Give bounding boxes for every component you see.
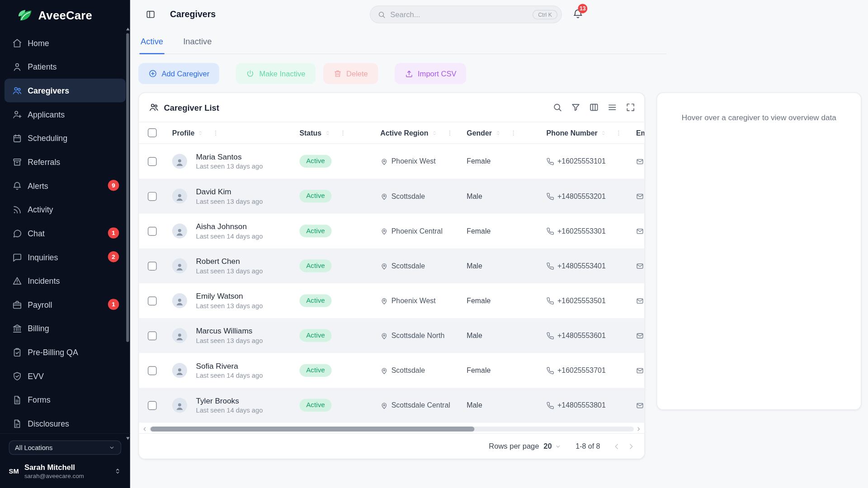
filter-icon[interactable] — [571, 103, 580, 113]
tab-active[interactable]: Active — [140, 31, 165, 54]
sidebar-item-forms[interactable]: Forms — [5, 388, 126, 412]
sidebar-item-referrals[interactable]: Referrals — [5, 150, 126, 174]
sort-icon[interactable] — [495, 130, 500, 136]
archive-icon — [12, 157, 22, 167]
sidebar-item-label: Billing — [28, 324, 49, 333]
row-checkbox[interactable] — [148, 262, 157, 271]
import-csv-button[interactable]: Import CSV — [395, 63, 467, 84]
column-label: Status — [299, 129, 321, 137]
status-badge: Active — [299, 259, 331, 272]
table-row[interactable]: Sofia Rivera Last seen 14 days ago Activ… — [139, 353, 645, 388]
sidebar-item-label: Alerts — [28, 181, 48, 190]
row-checkbox[interactable] — [148, 226, 157, 235]
sort-icon[interactable] — [325, 130, 330, 136]
table-row[interactable]: Emily Watson Last seen 13 days ago Activ… — [139, 283, 645, 318]
columns-icon[interactable] — [589, 103, 599, 113]
plus-circle-icon — [148, 69, 157, 78]
sidebar-item-chat[interactable]: Chat 1 — [5, 221, 126, 245]
clipboard-check-icon — [12, 347, 22, 357]
fullscreen-icon[interactable] — [626, 103, 636, 113]
caregivers-icon — [149, 103, 159, 113]
sidebar-item-disclosures[interactable]: Disclosures — [5, 412, 126, 433]
last-seen-text: Last seen 13 days ago — [196, 337, 263, 345]
delete-button[interactable]: Delete — [323, 63, 378, 84]
table-row[interactable]: Aisha Johnson Last seen 14 days ago Acti… — [139, 214, 645, 249]
map-pin-icon — [380, 401, 388, 409]
status-badge: Active — [299, 399, 331, 412]
count-badge: 9 — [108, 180, 119, 191]
column-menu-icon[interactable] — [446, 129, 453, 136]
sidebar-item-alerts[interactable]: Alerts 9 — [5, 174, 126, 197]
rss-icon — [12, 204, 22, 214]
column-menu-icon[interactable] — [509, 129, 517, 136]
column-menu-icon[interactable] — [339, 129, 346, 136]
location-selector[interactable]: All Locations — [9, 441, 122, 455]
table-row[interactable]: David Kim Last seen 13 days ago Active S… — [139, 179, 645, 214]
count-badge: 1 — [108, 299, 119, 310]
row-checkbox[interactable] — [148, 366, 157, 375]
table-row[interactable]: Robert Chen Last seen 13 days ago Active… — [139, 249, 645, 283]
sort-icon[interactable] — [432, 130, 437, 136]
toolbar: Add Caregiver Make Inactive Delete Impor… — [138, 63, 868, 84]
search-input[interactable] — [390, 10, 528, 19]
column-header-profile: Profile — [165, 129, 293, 137]
sidebar-item-label: Referrals — [28, 157, 60, 166]
row-checkbox[interactable] — [148, 331, 157, 340]
sort-icon[interactable] — [601, 130, 606, 136]
row-checkbox[interactable] — [148, 192, 157, 201]
hscroll-thumb[interactable] — [151, 426, 474, 431]
column-header-email: Email — [629, 129, 645, 137]
sidebar-item-applicants[interactable]: Applicants — [5, 103, 126, 127]
sidebar-item-evv[interactable]: EVV — [5, 364, 126, 388]
message-square-icon — [12, 252, 22, 262]
region-text: Phoenix West — [392, 157, 436, 165]
user-menu[interactable]: SM Sarah Mitchell sarah@aveecare.com — [9, 463, 122, 479]
map-pin-icon — [380, 297, 388, 305]
sidebar-item-caregivers[interactable]: Caregivers — [5, 79, 126, 103]
global-search[interactable]: Ctrl K — [370, 5, 562, 23]
sidebar-item-patients[interactable]: Patients — [5, 55, 126, 79]
sidebar-item-home[interactable]: Home — [5, 31, 126, 55]
sidebar-item-scheduling[interactable]: Scheduling — [5, 126, 126, 150]
select-all-checkbox[interactable] — [148, 128, 157, 137]
sidebar-item-activity[interactable]: Activity — [5, 197, 126, 221]
next-page-button[interactable] — [627, 442, 636, 451]
sidebar-item-billing[interactable]: Billing — [5, 316, 126, 340]
scroll-right-icon[interactable] — [636, 426, 642, 432]
sidebar-toggle-icon[interactable] — [146, 9, 156, 19]
overview-panel: Hover over a caregiver to view overview … — [656, 92, 861, 410]
sort-icon[interactable] — [198, 130, 203, 136]
notifications-button[interactable]: 13 — [572, 8, 583, 19]
make-inactive-button[interactable]: Make Inactive — [236, 63, 315, 84]
table-row[interactable]: Marcus Williams Last seen 13 days ago Ac… — [139, 318, 645, 353]
rows-per-page-select[interactable]: 20 — [543, 442, 561, 450]
table-row[interactable]: Maria Santos Last seen 13 days ago Activ… — [139, 144, 645, 178]
sidebar-item-pre-billing-qa[interactable]: Pre-Billing QA — [5, 340, 126, 364]
sidebar-scrollbar[interactable] — [126, 28, 130, 440]
sidebar-item-incidents[interactable]: Incidents — [5, 269, 126, 293]
tab-inactive[interactable]: Inactive — [182, 31, 213, 54]
row-checkbox[interactable] — [148, 157, 157, 166]
scroll-up-arrow-icon[interactable] — [126, 28, 129, 30]
sidebar-item-inquiries[interactable]: Inquiries 2 — [5, 245, 126, 269]
table-row[interactable]: Tyler Brooks Last seen 14 days ago Activ… — [139, 388, 645, 422]
sidebar-item-payroll[interactable]: Payroll 1 — [5, 293, 126, 317]
column-menu-icon[interactable] — [212, 129, 220, 136]
column-menu-icon[interactable] — [615, 129, 623, 136]
scrollbar-thumb[interactable] — [126, 33, 129, 342]
previous-page-button[interactable] — [612, 442, 621, 451]
add-caregiver-button[interactable]: Add Caregiver — [138, 63, 219, 84]
horizontal-scrollbar[interactable] — [139, 424, 644, 433]
scroll-left-icon[interactable] — [142, 426, 147, 432]
caregiver-avatar — [172, 189, 187, 204]
phone-text: +16025553301 — [557, 227, 606, 235]
users-icon — [12, 85, 22, 95]
search-icon[interactable] — [552, 103, 562, 113]
density-icon[interactable] — [607, 103, 617, 113]
scroll-down-arrow-icon[interactable] — [126, 437, 129, 440]
row-checkbox[interactable] — [148, 296, 157, 305]
row-checkbox[interactable] — [148, 401, 157, 410]
sidebar-item-label: Home — [28, 38, 49, 47]
sidebar-item-label: EVV — [28, 371, 44, 380]
map-pin-icon — [380, 192, 388, 200]
